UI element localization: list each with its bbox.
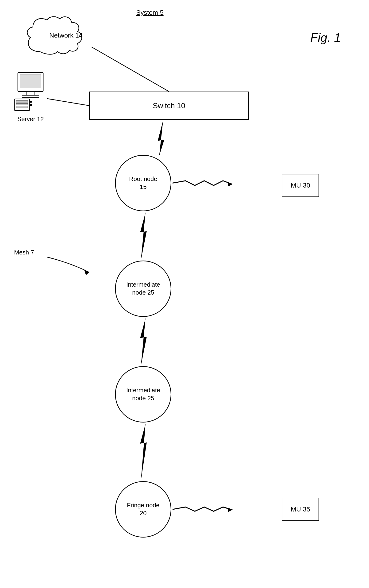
fringe-node-label: Fringe node 20 — [127, 501, 160, 517]
svg-rect-3 — [22, 95, 39, 97]
mu-30-label: MU 30 — [291, 182, 310, 189]
intermediate-node-1-label: Intermediate node 25 — [126, 281, 160, 297]
system-label: System 5 — [136, 9, 164, 16]
svg-marker-15 — [140, 424, 147, 481]
svg-marker-14 — [140, 318, 147, 366]
svg-point-8 — [30, 101, 32, 103]
intermediate-node-2: Intermediate node 25 — [115, 366, 171, 423]
switch-box: Switch 10 — [89, 91, 249, 120]
switch-label: Switch 10 — [153, 101, 185, 110]
diagram-container: System 5 Fig. 1 Network 14 — [0, 0, 369, 588]
mu-35-box: MU 35 — [282, 498, 319, 521]
mesh-label: Mesh 7 — [14, 249, 34, 256]
network-label: Network 14 — [49, 32, 83, 39]
server-label: Server 12 — [7, 115, 54, 123]
svg-marker-16 — [228, 182, 232, 187]
svg-rect-2 — [26, 91, 35, 96]
svg-point-9 — [30, 104, 32, 106]
server-icon — [12, 71, 49, 113]
svg-marker-18 — [84, 269, 89, 275]
mu-35-label: MU 35 — [291, 506, 310, 513]
svg-rect-6 — [16, 103, 28, 105]
svg-rect-5 — [16, 101, 28, 102]
root-node: Root node 15 — [115, 155, 171, 211]
svg-marker-13 — [140, 213, 147, 261]
svg-marker-12 — [158, 120, 164, 156]
svg-marker-17 — [228, 507, 232, 512]
svg-line-10 — [92, 47, 169, 91]
root-node-label: Root node 15 — [129, 175, 157, 191]
fig-label: Fig. 1 — [310, 30, 341, 45]
mu-30-box: MU 30 — [282, 174, 319, 197]
svg-rect-1 — [20, 74, 41, 88]
server-container: Server 12 — [7, 71, 54, 123]
intermediate-node-2-label: Intermediate node 25 — [126, 386, 160, 402]
intermediate-node-1: Intermediate node 25 — [115, 261, 171, 317]
network-cloud: Network 14 — [21, 14, 94, 63]
svg-rect-7 — [16, 106, 28, 108]
fringe-node: Fringe node 20 — [115, 481, 171, 537]
